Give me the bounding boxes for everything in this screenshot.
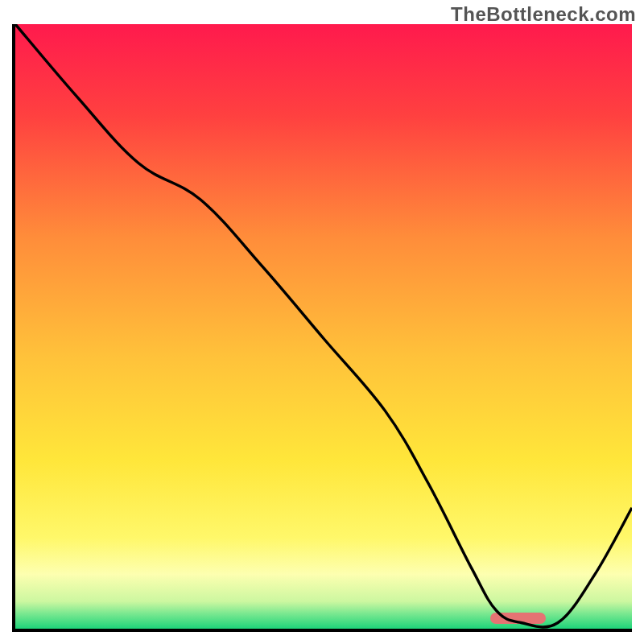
chart-container: TheBottleneck.com bbox=[0, 0, 644, 644]
plot-area bbox=[12, 24, 632, 632]
curve-layer bbox=[15, 24, 632, 629]
watermark-text: TheBottleneck.com bbox=[451, 3, 636, 26]
curve-path bbox=[15, 24, 632, 627]
